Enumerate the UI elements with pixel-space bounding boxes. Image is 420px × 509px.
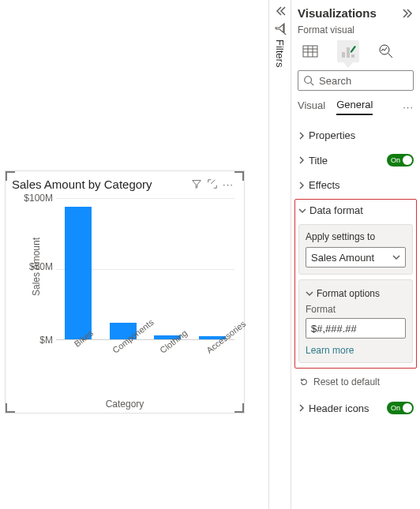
header-icons-toggle[interactable]: On xyxy=(387,402,414,414)
search-placeholder: Search xyxy=(319,75,351,87)
x-tick: Components xyxy=(111,328,163,383)
apply-settings-dropdown[interactable]: Sales Amount xyxy=(306,247,406,268)
chevron-right-icon xyxy=(298,132,306,140)
x-tick: Accessories xyxy=(204,328,257,383)
svg-point-8 xyxy=(380,45,389,54)
tabs-more-icon[interactable]: ··· xyxy=(403,101,414,113)
apply-settings-label: Apply settings to xyxy=(306,231,406,242)
filters-label: Filters xyxy=(274,39,286,67)
tab-general[interactable]: General xyxy=(336,99,373,115)
section-data-format[interactable]: Data format xyxy=(298,203,413,219)
apply-settings-card: Apply settings to Sales Amount xyxy=(298,224,413,275)
data-format-highlight: Data format Apply settings to Sales Amou… xyxy=(294,199,417,369)
svg-rect-5 xyxy=(342,52,345,58)
svg-line-11 xyxy=(311,83,314,86)
tab-visual[interactable]: Visual xyxy=(298,99,325,114)
filter-icon xyxy=(274,22,287,35)
chevron-down-icon xyxy=(298,207,306,215)
svg-rect-6 xyxy=(347,47,350,58)
selection-handle-tr[interactable] xyxy=(234,171,244,181)
y-tick: $50M xyxy=(29,261,53,272)
chevron-right-icon xyxy=(298,156,306,164)
collapse-left-icon xyxy=(274,5,287,17)
svg-rect-0 xyxy=(303,46,317,57)
chevron-right-icon xyxy=(298,182,306,189)
section-effects[interactable]: Effects xyxy=(298,173,414,197)
chart-visual[interactable]: Sales Amount by Category ··· Sales Amoun… xyxy=(5,170,245,414)
search-icon xyxy=(303,75,314,86)
chart-title: Sales Amount by Category xyxy=(12,178,189,191)
title-toggle[interactable]: On xyxy=(387,154,414,167)
x-tick: Bikes xyxy=(64,328,116,383)
svg-point-10 xyxy=(305,77,312,84)
format-label: Format xyxy=(306,304,406,315)
section-header-icons[interactable]: Header icons On xyxy=(298,395,414,421)
bar[interactable] xyxy=(65,207,92,339)
expand-right-icon[interactable] xyxy=(401,7,414,20)
analytics-icon[interactable] xyxy=(375,40,397,62)
filters-pane-collapsed[interactable]: Filters xyxy=(268,0,291,509)
chart-plot-area: Sales Amount $100M $50M $M xyxy=(10,193,239,340)
x-tick-row: BikesComponentsClothingAccessories xyxy=(51,323,239,367)
focus-mode-icon[interactable] xyxy=(204,176,220,192)
chevron-down-icon xyxy=(306,290,313,298)
bars-container xyxy=(56,198,234,339)
chevron-down-icon xyxy=(392,253,400,261)
x-tick: Clothing xyxy=(158,328,210,383)
pane-subtitle: Format visual xyxy=(298,24,414,40)
search-input[interactable]: Search xyxy=(298,70,414,91)
section-title[interactable]: Title On xyxy=(298,148,414,173)
visualizations-pane: Visualizations Format visual Search Visu… xyxy=(291,0,420,509)
build-visual-icon[interactable] xyxy=(299,40,321,62)
format-visual-icon[interactable] xyxy=(337,40,359,62)
selection-handle-tl[interactable] xyxy=(6,171,15,181)
x-axis-title: Category xyxy=(6,399,244,410)
filter-icon[interactable] xyxy=(189,176,204,192)
report-canvas[interactable]: Sales Amount by Category ··· Sales Amoun… xyxy=(0,0,268,509)
section-properties[interactable]: Properties xyxy=(298,123,414,148)
format-input[interactable]: $#,###.## xyxy=(306,318,406,339)
chevron-right-icon xyxy=(298,404,306,412)
reset-to-default[interactable]: Reset to default xyxy=(298,372,414,392)
svg-line-9 xyxy=(388,54,393,58)
pane-title: Visualizations xyxy=(298,6,377,20)
svg-rect-7 xyxy=(351,54,354,58)
reset-icon xyxy=(299,377,309,387)
learn-more-link[interactable]: Learn more xyxy=(306,345,406,356)
format-options-header[interactable]: Format options xyxy=(306,288,406,299)
format-options-card: Format options Format $#,###.## Learn mo… xyxy=(298,279,413,363)
y-tick: $100M xyxy=(24,193,53,204)
more-options-icon[interactable]: ··· xyxy=(220,176,236,192)
